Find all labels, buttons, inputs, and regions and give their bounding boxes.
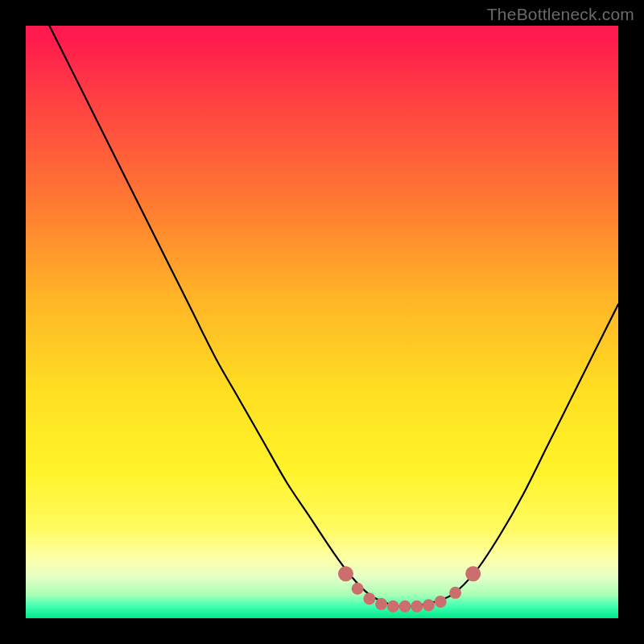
optimum-marker: [352, 583, 364, 595]
optimum-marker: [465, 566, 481, 581]
watermark: TheBottleneck.com: [487, 5, 634, 24]
bottleneck-curve: [49, 26, 618, 607]
optimum-marker: [435, 596, 447, 608]
optimum-marker: [449, 587, 461, 599]
plot-area: [26, 26, 618, 618]
chart-frame: TheBottleneck.com: [0, 0, 644, 644]
optimum-marker: [411, 601, 423, 613]
optimum-marker: [375, 598, 387, 610]
optimum-marker: [399, 601, 411, 613]
optimum-marker: [363, 592, 375, 605]
optimum-marker: [338, 566, 353, 581]
optimum-marker: [387, 601, 399, 613]
optimum-marker: [423, 599, 435, 611]
curve-layer: [26, 26, 618, 618]
optimum-band-markers: [338, 566, 481, 612]
